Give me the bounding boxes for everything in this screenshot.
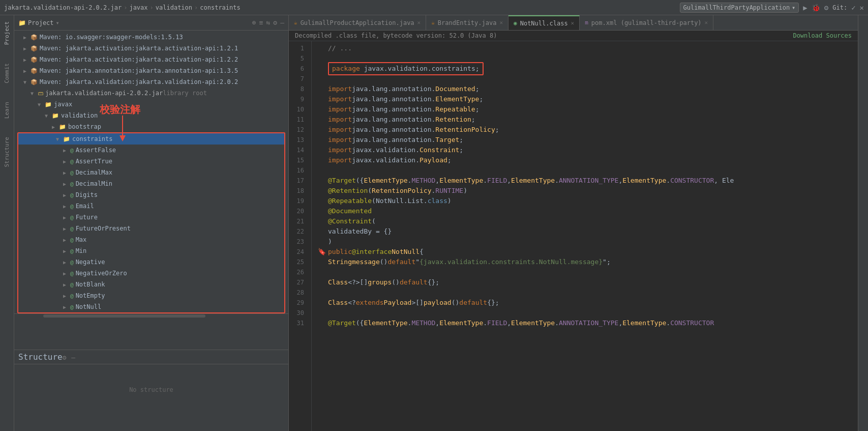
settings-icon[interactable]: ⚙ (63, 354, 67, 361)
structure-title-label: Structure (18, 352, 63, 362)
tab-BrandEntity[interactable]: ☕ BrandEntity.java ✕ (426, 15, 508, 31)
tree-scrollbar[interactable] (14, 313, 288, 318)
code-line-19: @Repeatable(NotNull.List.class) (318, 196, 858, 206)
tree-item-Email[interactable]: ▶ @ Email (18, 200, 284, 212)
tree-item-FutureOrPresent[interactable]: ▶ @ FutureOrPresent (18, 223, 284, 234)
close-icon[interactable]: ✕ (571, 20, 575, 26)
code-token: , (435, 176, 439, 186)
minimize-icon[interactable]: — (280, 19, 284, 26)
annotation-icon: @ (70, 293, 74, 299)
tree-item-Future[interactable]: ▶ @ Future (18, 212, 284, 223)
code-token: Retention (435, 114, 471, 125)
breadcrumb-sep-1: › (124, 4, 127, 11)
code-token: . (408, 318, 412, 328)
code-token: Payload (384, 298, 412, 308)
left-strip-project-tab[interactable]: Project (2, 17, 12, 49)
tree-item-maven5[interactable]: ▼ 📦 Maven: jakarta.validation:jakarta.va… (14, 76, 288, 88)
tree-item-NotNull[interactable]: ▶ @ NotNull (18, 301, 284, 312)
tree-item-Min[interactable]: ▶ @ Min (18, 245, 284, 256)
tree-item-NegativeOrZero[interactable]: ▶ @ NegativeOrZero (18, 268, 284, 279)
code-token: ; (459, 135, 463, 145)
tree-item-NotBlank[interactable]: ▶ @ NotBlank (18, 279, 284, 290)
tree-item-bootstrap[interactable]: ▶ 📁 bootstrap (14, 121, 288, 132)
close-icon[interactable]: ✕ (705, 19, 708, 26)
annotation-icon: @ (70, 214, 74, 221)
download-sources-link[interactable]: Download Sources (793, 32, 852, 39)
line-num-13: 13 (289, 135, 307, 145)
tab-pom[interactable]: m pom.xml (gulimall-third-party) ✕ (580, 15, 713, 31)
tree-item-Max[interactable]: ▶ @ Max (18, 234, 284, 245)
breadcrumb: jakarta.validation-api-2.0.2.jar › javax… (4, 4, 680, 11)
tree-item-Digits[interactable]: ▶ @ Digits (18, 189, 284, 200)
code-token: ElementType (622, 318, 666, 328)
run-icon[interactable]: ▶ (803, 4, 807, 12)
code-line-13: import java.lang.annotation.Target; (318, 135, 858, 145)
code-line-14: import javax.validation.Constraint; (318, 145, 858, 155)
minimize-icon[interactable]: — (71, 354, 75, 361)
code-token: ; (447, 155, 452, 165)
code-token: @Retention (328, 186, 368, 196)
code-token: import (328, 155, 352, 165)
code-token: . (666, 318, 670, 328)
tree-item-AssertFalse[interactable]: ▶ @ AssertFalse (18, 145, 284, 156)
code-token: METHOD (411, 318, 435, 328)
tree-item-maven2[interactable]: ▶ 📦 Maven: jakarta.activation:jakarta.ac… (14, 43, 288, 54)
git-x-icon[interactable]: ✕ (860, 4, 864, 12)
project-tree: ▶ 📦 Maven: io.swagger:swagger-models:1.5… (14, 31, 288, 350)
line-num-8: 8 (289, 84, 307, 94)
line-num-1: 1 (289, 43, 307, 53)
code-token: java.lang.annotation. (352, 125, 435, 135)
expand-arrow: ▼ (45, 113, 52, 119)
code-editor: 1 5 6 7 8 9 10 11 12 13 14 15 16 17 18 1… (289, 41, 858, 431)
code-line-6: package javax.validation.constraints; (318, 64, 858, 74)
tree-item-validation[interactable]: ▼ 📁 validation (14, 110, 288, 121)
gutter: 🔖 (318, 247, 328, 257)
tree-item-NotEmpty[interactable]: ▶ @ NotEmpty (18, 290, 284, 301)
tree-item-maven3[interactable]: ▶ 📦 Maven: jakarta.activation:jakarta.ac… (14, 54, 288, 65)
line-num-11: 11 (289, 114, 307, 125)
tab-label: NotNull.class (520, 20, 568, 27)
collapse-icon[interactable]: ≡ (259, 19, 263, 26)
git-checkmark-icon[interactable]: ✓ (851, 4, 855, 12)
expand-arrow: ▶ (63, 159, 70, 164)
tree-item-jar[interactable]: ▼ 🗃 jakarta.validation-api-2.0.2.jar lib… (14, 88, 288, 99)
code-token: groups (368, 277, 392, 288)
line-num-24: 24 (289, 247, 307, 257)
settings-icon[interactable]: ⚙ (824, 4, 828, 12)
structure-header: Structure ⚙ — (14, 350, 288, 364)
close-icon[interactable]: ✕ (417, 19, 421, 26)
tree-item-AssertTrue[interactable]: ▶ @ AssertTrue (18, 156, 284, 167)
scope-icon[interactable]: ⊕ (252, 19, 256, 26)
code-token: Target (435, 135, 459, 145)
tree-item-javax[interactable]: ▼ 📁 javax (14, 99, 288, 110)
annotation-icon: @ (70, 281, 74, 288)
tab-bar: ☕ GulimallProductApplication.java ✕ ☕ Br… (289, 15, 858, 31)
tree-item-label: Max (76, 236, 87, 243)
tree-item-DecimalMax[interactable]: ▶ @ DecimalMax (18, 167, 284, 178)
line-num-28: 28 (289, 288, 307, 298)
code-token: Repeatable (435, 104, 475, 114)
settings-icon[interactable]: ⚙ (273, 19, 277, 26)
code-line-7 (318, 74, 858, 84)
tree-item-maven1[interactable]: ▶ 📦 Maven: io.swagger:swagger-models:1.5… (14, 32, 288, 43)
run-config-dropdown[interactable]: GulimallThirdPartyApplication ▾ (680, 3, 799, 13)
tree-item-maven4[interactable]: ▶ 📦 Maven: jakarta.annotation:jakarta.an… (14, 65, 288, 76)
left-strip-commit-tab[interactable]: Commit (2, 59, 12, 88)
tree-item-Negative[interactable]: ▶ @ Negative (18, 256, 284, 268)
tab-NotNull[interactable]: ◉ NotNull.class ✕ (508, 15, 580, 31)
close-icon[interactable]: ✕ (499, 19, 503, 26)
line-num-20: 20 (289, 206, 307, 216)
tree-item-constraints[interactable]: ▼ 📁 constraints (18, 133, 284, 145)
tree-item-label: NotBlank (76, 281, 105, 288)
tree-item-DecimalMin[interactable]: ▶ @ DecimalMin (18, 178, 284, 189)
expand-arrow: ▶ (63, 215, 70, 220)
options-icon[interactable]: ⇆ (266, 19, 271, 26)
debug-icon[interactable]: 🐞 (812, 4, 820, 12)
code-token: @Documented (328, 206, 372, 216)
left-strip-structure-tab[interactable]: Structure (2, 133, 12, 171)
code-token: FIELD (487, 318, 507, 328)
code-line-31: @Target({ElementType.METHOD, ElementType… (318, 318, 858, 328)
code-line-16 (318, 165, 858, 176)
tab-GulimallProductApplication[interactable]: ☕ GulimallProductApplication.java ✕ (289, 15, 426, 31)
left-strip-learn-tab[interactable]: Learn (2, 98, 12, 123)
